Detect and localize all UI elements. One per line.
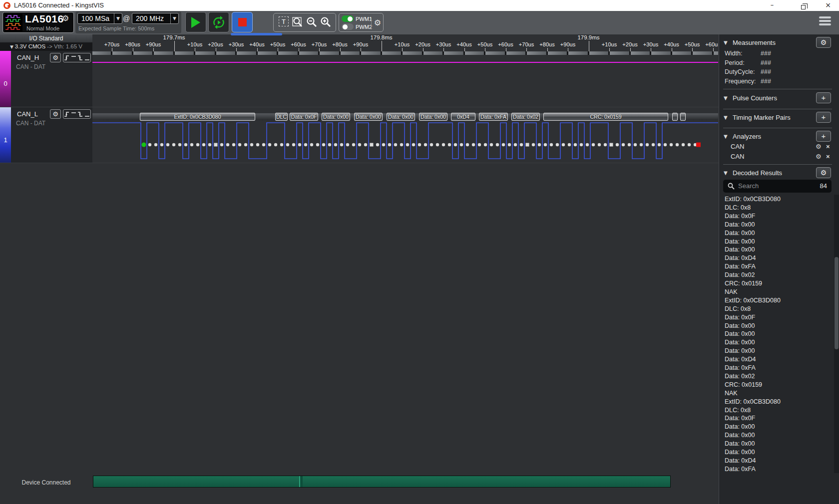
device-box[interactable]: LA5016 ⚙ Normal Mode [2, 12, 74, 33]
high-level-trigger-icon[interactable] [71, 54, 76, 61]
decoded-result-item[interactable]: Data: 0xFA [725, 466, 830, 473]
measurements-settings-button[interactable]: ⚙ [816, 37, 831, 48]
channel-trigger-group[interactable] [63, 109, 91, 119]
close-button[interactable]: × [819, 0, 837, 11]
low-level-trigger-icon[interactable] [84, 54, 90, 61]
stop-capture-button[interactable] [232, 12, 253, 32]
analyzer-settings-gear-icon[interactable]: ⚙ [816, 143, 822, 150]
decoded-result-item[interactable]: Data: 0x00 [725, 221, 830, 229]
decoded-result-item[interactable]: Data: 0x00 [725, 322, 830, 330]
decoded-result-item[interactable]: NAK [725, 390, 830, 398]
decoded-result-item[interactable]: Data: 0x00 [725, 246, 830, 254]
repeat-capture-button[interactable] [208, 12, 229, 32]
decoded-result-item[interactable]: ExtID: 0x0CB3D080 [725, 398, 830, 406]
falling-edge-trigger-icon[interactable] [77, 54, 83, 61]
decoded-results-header[interactable]: ▼ Decoded Results ⚙ [719, 168, 839, 180]
minimize-button[interactable]: – [763, 0, 781, 11]
decoded-result-item[interactable]: Data: 0x00 [725, 440, 830, 448]
decoded-result-item[interactable]: Data: 0x00 [725, 449, 830, 457]
low-level-trigger-icon[interactable] [84, 111, 90, 118]
decoded-result-item[interactable]: DLC: 0x8 [725, 305, 830, 313]
zoom-selection-button[interactable] [292, 16, 304, 28]
decoded-results-settings-button[interactable]: ⚙ [816, 167, 831, 178]
decoded-result-item[interactable]: Data: 0x0F [725, 213, 830, 221]
decoded-result-item[interactable]: Data: 0x02 [725, 373, 830, 381]
zoom-out-button[interactable] [306, 16, 318, 28]
timing-marker-pairs-header[interactable]: ▼ Timing Marker Pairs + [719, 112, 839, 124]
ruler-minor-label: +80us [332, 41, 347, 47]
analyzer-settings-gear-icon[interactable]: ⚙ [816, 153, 822, 160]
device-settings-gear-icon[interactable]: ⚙ [62, 13, 69, 23]
can-l-signal-waveform[interactable] [92, 120, 718, 165]
decoded-result-item[interactable]: Data: 0xFA [725, 263, 830, 271]
sample-dot [220, 143, 223, 146]
analyzer-row[interactable]: CAN⚙× [719, 142, 839, 152]
decoded-result-item[interactable]: Data: 0x00 [725, 330, 830, 338]
sample-dot [232, 143, 235, 146]
pwm-settings-gear-icon[interactable]: ⚙ [371, 17, 381, 29]
high-level-trigger-icon[interactable] [71, 111, 76, 118]
decoded-result-item[interactable]: Data: 0x00 [725, 339, 830, 347]
pulse-counters-header[interactable]: ▼ Pulse Counters + [719, 93, 839, 105]
decoded-result-item[interactable]: Data: 0xD4 [725, 356, 830, 364]
start-capture-button[interactable] [185, 12, 206, 32]
decoded-result-item[interactable]: Data: 0xD4 [725, 457, 830, 465]
decoded-result-item[interactable]: DLC: 0x8 [725, 204, 830, 212]
decoded-result-item[interactable]: CRC: 0x0159 [725, 280, 830, 288]
pwm1-toggle[interactable] [342, 15, 354, 22]
decoded-result-item[interactable]: Data: 0x00 [725, 230, 830, 238]
analyzer-remove-icon[interactable]: × [826, 143, 830, 150]
sidebar-scrollbar[interactable] [834, 195, 839, 473]
decoded-result-item[interactable]: ExtID: 0x0CB3D080 [725, 196, 830, 204]
rising-edge-trigger-icon[interactable] [64, 111, 69, 118]
sample-dot [484, 143, 487, 146]
decoded-result-item[interactable]: Data: 0x00 [725, 238, 830, 246]
decoded-result-item[interactable]: ExtID: 0x0CB3D080 [725, 297, 830, 305]
measurements-header[interactable]: ▼ Measurements ⚙ [719, 37, 839, 49]
ruler-tick [257, 48, 258, 51]
decoded-result-item[interactable]: Data: 0xFA [725, 364, 830, 372]
channel-settings-gear-icon[interactable]: ⚙ [50, 53, 61, 62]
decoded-search-input[interactable]: Search 84 [723, 180, 832, 193]
ruler-minor-label: +10us [395, 41, 410, 47]
add-timing-marker-pair-button[interactable]: + [816, 112, 831, 123]
sample-dot [454, 143, 457, 146]
channel-can-h[interactable]: 0 CAN_H CAN - DAT ⚙ [0, 51, 92, 107]
time-ruler[interactable]: +70us+80us+90us179.7ms+10us+20us+30us+40… [92, 34, 718, 51]
rising-edge-trigger-icon[interactable] [64, 54, 69, 61]
restore-button[interactable] [794, 0, 812, 11]
decoded-result-item[interactable]: CRC: 0x0159 [725, 381, 830, 389]
dropdown-arrow-icon[interactable]: ▼ [170, 13, 178, 23]
menu-button[interactable] [819, 16, 832, 28]
channel-can-l[interactable]: 1 CAN_L CAN - DAT ⚙ [0, 107, 92, 163]
pwm2-toggle[interactable] [342, 23, 354, 30]
trigger-cursor-button[interactable]: T [278, 16, 290, 28]
analyzer-row[interactable]: CAN⚙× [719, 152, 839, 162]
io-standard-value[interactable]: ▼ 3.3V CMOS -> Vth: 1.65 V [0, 42, 92, 51]
decoded-result-item[interactable]: Data: 0x00 [725, 347, 830, 355]
sample-dot [532, 143, 535, 146]
decoded-result-item[interactable]: Data: 0x00 [725, 423, 830, 431]
sample-depth-select[interactable]: 100 MSa ▼ [77, 13, 122, 24]
sample-rate-select[interactable]: 200 MHz ▼ [132, 13, 179, 24]
ruler-tick [319, 48, 320, 51]
analyzer-remove-icon[interactable]: × [826, 153, 830, 160]
dropdown-arrow-icon[interactable]: ▼ [114, 13, 122, 23]
waveform-canvas[interactable] [0, 34, 719, 457]
decoded-result-item[interactable]: Data: 0x00 [725, 432, 830, 440]
sample-dot [442, 143, 445, 146]
analyzers-header[interactable]: ▼ Analyzers + [719, 131, 839, 143]
decoded-result-item[interactable]: Data: 0x0F [725, 415, 830, 423]
decoded-result-item[interactable]: NAK [725, 288, 830, 296]
add-pulse-counter-button[interactable]: + [816, 92, 831, 103]
channel-trigger-group[interactable] [63, 53, 91, 62]
zoom-in-button[interactable] [320, 16, 332, 28]
decoded-result-item[interactable]: DLC: 0x8 [725, 407, 830, 415]
add-analyzer-button[interactable]: + [816, 131, 831, 142]
decoded-result-item[interactable]: Data: 0x02 [725, 271, 830, 279]
channel-settings-gear-icon[interactable]: ⚙ [50, 109, 61, 119]
falling-edge-trigger-icon[interactable] [77, 111, 83, 118]
decoded-result-item[interactable]: Data: 0xD4 [725, 254, 830, 262]
decoded-result-item[interactable]: Data: 0x0F [725, 314, 830, 322]
scrollbar-thumb[interactable] [835, 257, 839, 349]
